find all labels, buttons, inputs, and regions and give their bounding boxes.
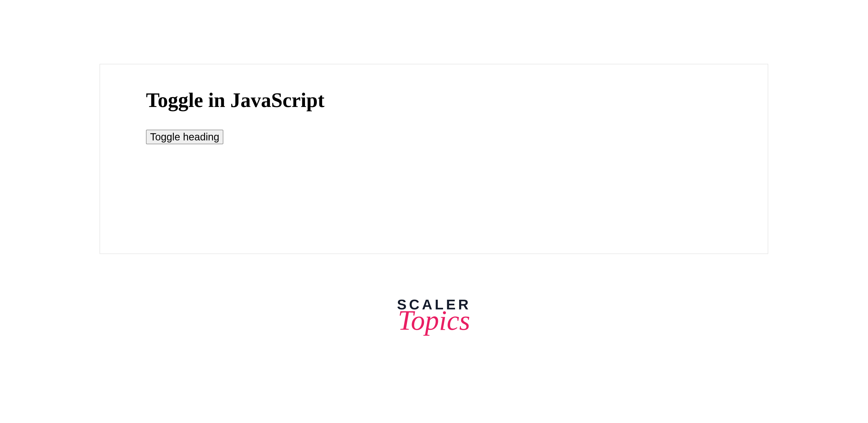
scaler-topics-logo: SCALER Topics (397, 296, 471, 334)
content-box: Toggle in JavaScript Toggle heading (99, 64, 768, 254)
toggle-heading-button[interactable]: Toggle heading (146, 130, 223, 144)
logo-text-topics: Topics (397, 306, 471, 334)
page-heading: Toggle in JavaScript (146, 89, 722, 112)
